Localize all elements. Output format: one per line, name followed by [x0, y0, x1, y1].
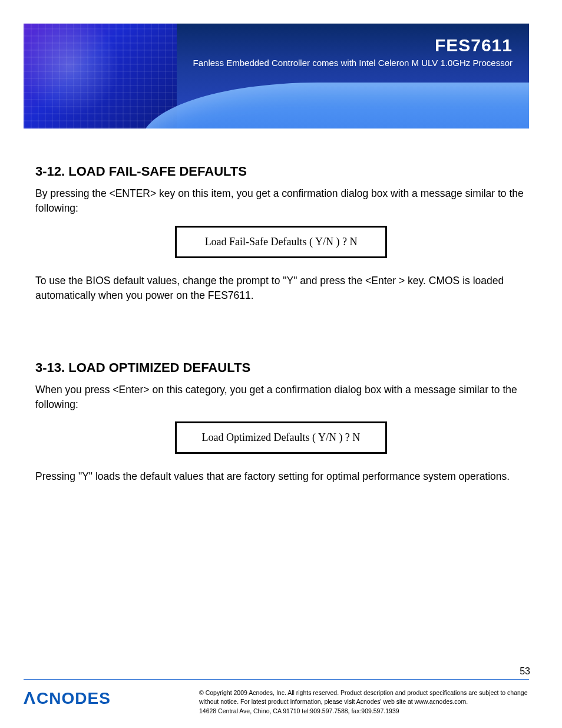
header-banner: FES7611 Fanless Embedded Controller come…	[24, 24, 529, 129]
page-number: 53	[520, 666, 530, 677]
banner-swoosh	[141, 83, 529, 129]
product-subtitle: Fanless Embedded Controller comes with I…	[193, 58, 513, 68]
logo-caret-icon: Λ	[24, 688, 36, 708]
logo-text: CNODES	[37, 689, 111, 708]
section-heading-fail-safe: 3-12. LOAD FAIL-SAFE DEFAULTS	[35, 164, 527, 179]
acnodes-logo: ΛCNODES	[24, 689, 111, 709]
optimized-prompt-box: Load Optimized Defaults ( Y/N ) ? N	[175, 421, 387, 454]
page-content: 3-12. LOAD FAIL-SAFE DEFAULTS By pressin…	[0, 129, 562, 485]
section1-para1: By pressing the <ENTER> key on this item…	[35, 186, 527, 216]
section1-para2: To use the BIOS default values, change t…	[35, 274, 527, 304]
section2-para1: When you press <Enter> on this category,…	[35, 383, 527, 413]
product-model: FES7611	[193, 35, 513, 55]
banner-title-block: FES7611 Fanless Embedded Controller come…	[193, 35, 513, 68]
section2-para2: Pressing "Y" loads the default values th…	[35, 469, 527, 484]
page-footer: ΛCNODES © Copyright 2009 Acnodes, Inc. A…	[24, 689, 529, 716]
banner-circuit-art	[24, 24, 177, 129]
footer-text: © Copyright 2009 Acnodes, Inc. All right…	[199, 689, 529, 716]
footer-address: 14628 Central Ave, Chino, CA 91710 tel:9…	[199, 707, 529, 716]
footer-divider	[24, 679, 529, 680]
fail-safe-prompt-box: Load Fail-Safe Defaults ( Y/N ) ? N	[175, 226, 387, 258]
section-heading-optimized: 3-13. LOAD OPTIMIZED DEFAULTS	[35, 360, 527, 375]
footer-copyright: © Copyright 2009 Acnodes, Inc. All right…	[199, 689, 529, 706]
